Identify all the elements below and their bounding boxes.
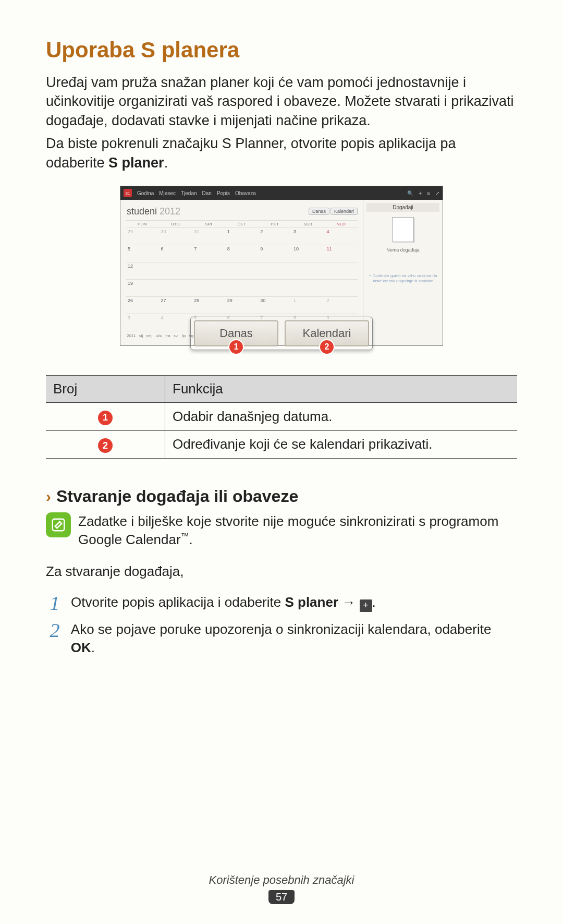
day-cell: 2 — [258, 228, 291, 245]
day-cell: 6 — [159, 245, 192, 262]
day-cell: 4 — [324, 228, 358, 245]
td-num: 2 — [46, 430, 165, 459]
inline-badge-2: 2 — [98, 438, 113, 453]
week-row: 29 30 31 1 2 3 4 — [126, 228, 358, 245]
day-cell: 2 — [324, 297, 358, 314]
day-cell — [225, 280, 259, 296]
day-cell: 27 — [159, 297, 192, 314]
subheading-text: Stvaranje događaja ili obaveze — [56, 487, 298, 506]
day-cell: 30 — [159, 228, 192, 245]
tab-day: Dan — [202, 190, 212, 196]
dow-fri: PET — [258, 221, 291, 227]
day-cell: 9 — [258, 245, 291, 262]
table-row: 2 Određivanje koji će se kalendari prika… — [46, 430, 517, 459]
events-empty: Nema događaja — [366, 247, 439, 253]
tab-year: Godina — [137, 190, 154, 196]
intro-2-c: . — [164, 155, 168, 171]
note-block: Zadatke i bilješke koje stvorite nije mo… — [46, 512, 517, 549]
td-num: 1 — [46, 403, 165, 431]
step-1-num: 1 — [46, 593, 64, 613]
day-cell — [258, 262, 291, 279]
search-icon: 🔍 — [407, 190, 413, 196]
step-1-post: → — [338, 594, 359, 610]
mb-item: 2011 — [127, 333, 136, 338]
step-1-pre: Otvorite popis aplikacija i odaberite — [71, 594, 285, 610]
note-icon — [46, 512, 71, 537]
day-cell: 3 — [291, 228, 325, 245]
dow-tue: UTO — [159, 221, 192, 227]
tab-list: Popis — [217, 190, 230, 196]
step-1-bold: S planer — [285, 594, 338, 610]
callout-calendars-label: Kalendari — [303, 327, 351, 340]
week-row: 12 — [126, 262, 358, 280]
mb-item: lip — [181, 333, 186, 338]
dow-thu: ČET — [225, 221, 259, 227]
step-1-text: Otvorite popis aplikacija i odaberite S … — [71, 593, 376, 611]
step-2-bold: OK — [71, 640, 91, 655]
day-cell: 5 — [126, 245, 159, 262]
day-cell — [258, 280, 291, 296]
tab-week: Tjedan — [181, 190, 197, 196]
day-cell: 1 — [291, 297, 325, 314]
day-cell: 1 — [225, 228, 259, 245]
page-number: 57 — [268, 890, 295, 904]
day-cell: 19 — [126, 280, 159, 296]
mb-item: tra — [165, 333, 170, 338]
week-row: 5 6 7 8 9 10 11 — [126, 245, 358, 262]
th-number: Broj — [46, 376, 165, 403]
add-icon: + — [419, 190, 422, 196]
day-cell — [324, 262, 358, 279]
day-cell: 30 — [258, 297, 291, 314]
tm-mark: ™ — [181, 532, 189, 541]
dow-sat: SUB — [291, 221, 325, 227]
badge-1: 1 — [228, 339, 244, 355]
manual-page: Uporaba S planera Uređaj vam pruža snaža… — [0, 0, 563, 924]
day-cell: 26 — [126, 297, 159, 314]
intro-paragraph-2: Da biste pokrenuli značajku S Planner, o… — [46, 134, 517, 172]
day-cell: 29 — [126, 228, 159, 245]
note-text-b: . — [189, 532, 193, 547]
function-table: Broj Funkcija 1 Odabir današnjeg datuma.… — [46, 375, 517, 459]
day-cell — [159, 280, 192, 296]
events-sidebar: Događaji Nema događaja + Dodirnite gumb … — [363, 200, 443, 345]
intro-2-a: Da biste pokrenuli značajku S Planner, o… — [46, 136, 456, 170]
pill-calendars: Kalendari — [331, 208, 358, 215]
day-cell: 7 — [192, 245, 225, 262]
day-cell: 3 — [126, 314, 159, 331]
header-pills: Danas Kalendari — [309, 208, 358, 215]
subheading: › Stvaranje događaja ili obaveze — [46, 487, 517, 506]
year-label: 2012 — [160, 206, 180, 217]
step-2-num: 2 — [46, 620, 64, 640]
calendar-app-icon: 31 — [124, 189, 132, 197]
callout-today-button: Danas 1 — [194, 320, 278, 346]
mb-item: sij — [139, 333, 143, 338]
page-title: Uporaba S planera — [46, 38, 517, 63]
month-name: studeni — [127, 206, 157, 217]
badge-2: 2 — [319, 339, 335, 355]
mb-item: velj — [146, 333, 152, 338]
chevron-icon: › — [46, 488, 51, 506]
plus-icon: + — [360, 599, 372, 612]
footer-section-text: Korištenje posebnih značajki — [0, 873, 563, 887]
page-footer: Korištenje posebnih značajki 57 — [0, 873, 563, 904]
callout-today-label: Danas — [219, 327, 253, 340]
day-cell — [159, 262, 192, 279]
day-cell: 31 — [192, 228, 225, 245]
note-page-icon — [392, 217, 414, 242]
td-func: Određivanje koji će se kalendari prikazi… — [165, 430, 518, 459]
day-cell — [291, 280, 325, 296]
pill-today: Danas — [309, 208, 329, 215]
day-cell: 11 — [324, 245, 358, 262]
dow-sun: NED — [324, 221, 358, 227]
callout-popup: Danas 1 Kalendari 2 — [190, 317, 373, 350]
day-cell: 10 — [291, 245, 325, 262]
intro-2-appname: S planer — [108, 155, 164, 171]
table-header-row: Broj Funkcija — [46, 376, 517, 403]
step-2-pre: Ako se pojave poruke upozorenja o sinkro… — [71, 621, 492, 637]
tab-task: Obaveza — [235, 190, 256, 196]
day-cell — [192, 280, 225, 296]
svg-rect-0 — [53, 519, 65, 531]
table-row: 1 Odabir današnjeg datuma. — [46, 403, 517, 431]
step-2: 2 Ako se pojave poruke upozorenja o sink… — [46, 620, 517, 657]
pencil-note-icon — [51, 517, 66, 533]
